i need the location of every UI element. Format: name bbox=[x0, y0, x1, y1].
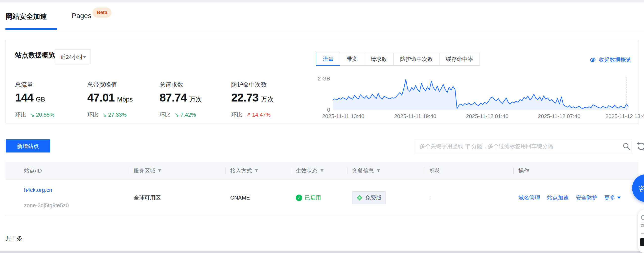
column-label: 服务区域 bbox=[134, 167, 155, 174]
stat-value: 22.73万次 bbox=[231, 91, 274, 104]
site-acceleration-link[interactable]: 站点加速 bbox=[547, 194, 569, 201]
table-row: h4ck.org.cn zone-3dj5tg9te5z0 全球可用区 CNAM… bbox=[6, 180, 638, 216]
column-label: 接入方式 bbox=[230, 167, 252, 174]
stat-label: 总带宽峰值 bbox=[87, 81, 117, 89]
refresh-icon bbox=[636, 142, 644, 151]
compare-label: 环比 bbox=[15, 112, 26, 118]
stat-label: 防护命中次数 bbox=[231, 81, 267, 89]
stat-label: 总流量 bbox=[15, 81, 33, 89]
add-site-button[interactable]: 新增站点 bbox=[6, 139, 50, 152]
y-axis-max-label: 2 GB bbox=[302, 76, 330, 82]
actions-cell: 域名管理 站点加速 安全防护 更多 bbox=[514, 180, 638, 216]
traffic-chart bbox=[333, 77, 628, 110]
x-tick: 2025-11-11 13:40 bbox=[322, 113, 364, 120]
column-status: 生效状态 bbox=[291, 162, 347, 179]
stat-value: 87.74万次 bbox=[160, 91, 202, 104]
filter-icon[interactable] bbox=[376, 169, 380, 173]
chart-tab-cache-hit-rate[interactable]: 缓存命中率 bbox=[439, 53, 480, 66]
x-tick: 2025-11-12 13:40 bbox=[606, 113, 644, 120]
trend-percent: 20.55% bbox=[36, 112, 55, 118]
stat-unit: GB bbox=[36, 96, 45, 103]
trend-down-icon: ↘ bbox=[174, 112, 179, 118]
stat-number: 47.01 bbox=[87, 91, 114, 104]
y-axis-zero-label: 0 bbox=[302, 107, 330, 113]
stat-protection-hits: 防护命中次数 22.73万次 环比↗ 14.47% bbox=[231, 40, 300, 124]
chart-tab-bandwidth[interactable]: 带宽 bbox=[340, 53, 364, 66]
security-protection-link[interactable]: 安全防护 bbox=[576, 194, 598, 201]
eye-off-icon bbox=[589, 57, 596, 63]
chart-dashed-cursor bbox=[626, 77, 626, 110]
stat-unit: 万次 bbox=[261, 96, 274, 103]
search-icon[interactable] bbox=[622, 142, 631, 150]
stat-total-traffic: 总流量 144GB 环比↘ 20.55% bbox=[15, 40, 84, 124]
active-tab-underline bbox=[6, 28, 58, 30]
search-input[interactable] bbox=[415, 139, 633, 154]
stat-number: 22.73 bbox=[231, 91, 258, 104]
bottom-scrollbar bbox=[0, 251, 644, 253]
plan-badge: 免费版 bbox=[352, 191, 386, 204]
total-count: 共 1 条 bbox=[6, 235, 22, 242]
stat-compare: 环比↘ 20.55% bbox=[15, 111, 54, 119]
check-circle-icon: ✓ bbox=[296, 195, 302, 201]
site-link[interactable]: h4ck.org.cn bbox=[24, 187, 52, 193]
stat-peak-bandwidth: 总带宽峰值 47.01Mbps 环比↘ 27.33% bbox=[87, 40, 156, 124]
chart-tab-protection-hits[interactable]: 防护命中次数 bbox=[394, 53, 440, 66]
status-cell: ✓ 已启用 bbox=[291, 180, 347, 216]
collapse-overview-link[interactable]: 收起数据概览 bbox=[589, 56, 632, 64]
compare-label: 环比 bbox=[87, 112, 98, 118]
zone-id: zone-3dj5tg9te5z0 bbox=[24, 202, 69, 209]
column-label: 操作 bbox=[518, 167, 529, 174]
access-mode-cell: CNAME bbox=[225, 180, 291, 216]
tab-site-acceleration[interactable]: 网站安全加速 bbox=[6, 12, 47, 21]
x-axis-labels: 2025-11-11 13:40 2025-11-11 19:40 2025-1… bbox=[333, 113, 628, 121]
stat-value: 144GB bbox=[15, 91, 45, 104]
stat-number: 87.74 bbox=[160, 91, 187, 104]
tab-pages[interactable]: Pages bbox=[72, 12, 91, 20]
column-site-id: 站点/ID bbox=[6, 162, 128, 179]
site-id-cell: h4ck.org.cn zone-3dj5tg9te5z0 bbox=[6, 180, 128, 216]
chart-tab-requests[interactable]: 请求数 bbox=[364, 53, 394, 66]
stat-unit: Mbps bbox=[117, 96, 133, 103]
stat-compare: 环比↘ 27.33% bbox=[87, 111, 126, 119]
chart-area-fill bbox=[333, 80, 628, 110]
refresh-button[interactable] bbox=[636, 142, 644, 151]
page-tabbar: 网站安全加速 Pages Beta bbox=[0, 3, 644, 30]
stat-total-requests: 总请求数 87.74万次 环比↘ 7.42% bbox=[160, 40, 229, 124]
column-access-mode: 接入方式 bbox=[225, 162, 291, 179]
column-label: 标签 bbox=[430, 167, 440, 174]
trend-percent: 14.47% bbox=[252, 112, 271, 118]
domain-manage-link[interactable]: 域名管理 bbox=[518, 194, 540, 201]
column-tags: 标签 bbox=[425, 162, 514, 179]
access-mode-value: CNAME bbox=[230, 195, 250, 201]
column-label: 生效状态 bbox=[296, 167, 318, 174]
top-strip bbox=[0, 0, 644, 3]
trend-down-icon: ↘ bbox=[30, 112, 34, 118]
filter-icon[interactable] bbox=[320, 169, 324, 173]
trend-percent: 27.33% bbox=[108, 112, 127, 118]
gem-icon bbox=[356, 195, 363, 201]
tags-value: - bbox=[430, 195, 431, 201]
site-data-overview-card: 站点数据概览 近24小时 总流量 144GB 环比↘ 20.55% 总带宽峰值 … bbox=[6, 40, 638, 124]
search-box bbox=[415, 139, 633, 154]
x-tick: 2025-11-12 01:40 bbox=[466, 113, 508, 120]
trend-percent: 7.42% bbox=[180, 112, 196, 118]
chart-tab-traffic[interactable]: 流量 bbox=[316, 53, 340, 66]
trend-up-icon: ↗ bbox=[246, 112, 250, 118]
filter-icon[interactable] bbox=[158, 169, 162, 173]
more-actions-dropdown[interactable]: 更多 bbox=[604, 194, 621, 201]
plan-cell: 免费版 bbox=[347, 180, 425, 216]
assistant-label: 云 bbox=[640, 221, 644, 228]
tags-cell: - bbox=[425, 180, 514, 216]
collapse-overview-label: 收起数据概览 bbox=[599, 56, 632, 64]
beta-badge: Beta bbox=[92, 8, 112, 18]
panel-divider bbox=[641, 233, 644, 234]
stat-number: 144 bbox=[15, 91, 34, 104]
filter-icon[interactable] bbox=[254, 169, 258, 173]
chart-metric-tabs: 流量 带宽 请求数 防护命中次数 缓存命中率 bbox=[316, 53, 480, 66]
compare-label: 环比 bbox=[160, 112, 170, 118]
stat-value: 47.01Mbps bbox=[87, 91, 133, 104]
column-plan: 套餐信息 bbox=[347, 162, 425, 179]
column-label: 套餐信息 bbox=[352, 167, 374, 174]
caret-down-icon bbox=[617, 196, 621, 199]
assistant-floating-panel[interactable]: 云 bbox=[638, 209, 644, 253]
